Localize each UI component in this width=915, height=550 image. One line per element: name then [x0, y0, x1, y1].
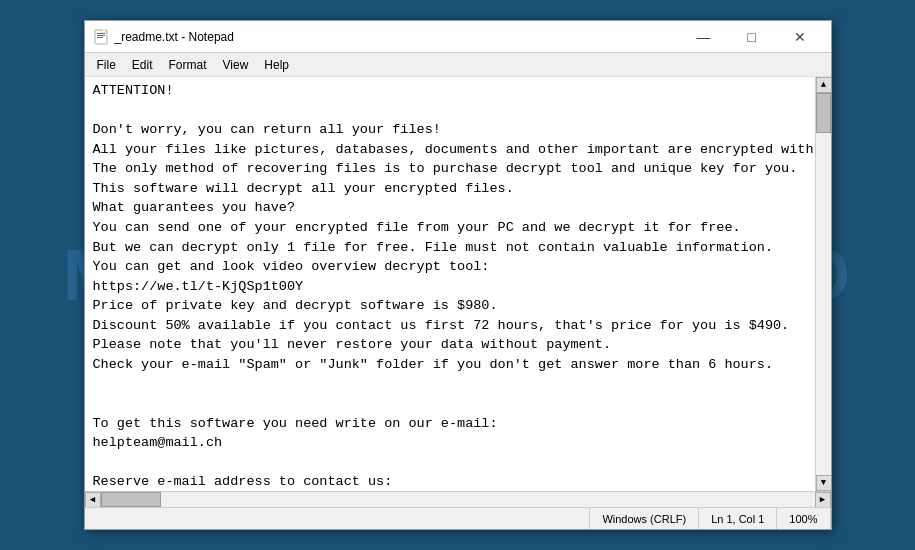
- menu-format[interactable]: Format: [161, 56, 215, 74]
- status-position: Ln 1, Col 1: [699, 508, 777, 529]
- scroll-right-arrow[interactable]: ▶: [815, 492, 831, 508]
- scroll-thumb-v[interactable]: [816, 93, 831, 133]
- close-button[interactable]: ✕: [777, 23, 823, 51]
- status-empty: [85, 508, 591, 529]
- scroll-thumb-h[interactable]: [101, 492, 161, 507]
- window-title: _readme.txt - Notepad: [115, 30, 681, 44]
- scroll-down-arrow[interactable]: ▼: [816, 475, 831, 491]
- notepad-icon: [93, 29, 109, 45]
- svg-rect-4: [102, 29, 106, 33]
- menu-edit[interactable]: Edit: [124, 56, 161, 74]
- scroll-left-arrow[interactable]: ◀: [85, 492, 101, 508]
- vertical-scrollbar[interactable]: ▲ ▼: [815, 77, 831, 491]
- status-bar: Windows (CRLF) Ln 1, Col 1 100%: [85, 507, 831, 529]
- scroll-track-h[interactable]: [101, 492, 815, 507]
- content-area: ATTENTION! Don't worry, you can return a…: [85, 77, 831, 507]
- menu-view[interactable]: View: [215, 56, 257, 74]
- minimize-button[interactable]: —: [681, 23, 727, 51]
- scroll-track-v[interactable]: [816, 93, 831, 475]
- scroll-up-arrow[interactable]: ▲: [816, 77, 831, 93]
- text-editor[interactable]: ATTENTION! Don't worry, you can return a…: [85, 77, 815, 491]
- window-controls: — □ ✕: [681, 23, 823, 51]
- svg-rect-2: [97, 35, 105, 36]
- notepad-window: _readme.txt - Notepad — □ ✕ File Edit Fo…: [84, 20, 832, 530]
- menu-help[interactable]: Help: [256, 56, 297, 74]
- maximize-button[interactable]: □: [729, 23, 775, 51]
- status-line-ending: Windows (CRLF): [590, 508, 699, 529]
- title-bar: _readme.txt - Notepad — □ ✕: [85, 21, 831, 53]
- svg-rect-3: [97, 37, 103, 38]
- menu-file[interactable]: File: [89, 56, 124, 74]
- menu-bar: File Edit Format View Help: [85, 53, 831, 77]
- horizontal-scrollbar[interactable]: ◀ ▶: [85, 491, 831, 507]
- status-zoom: 100%: [777, 508, 830, 529]
- inner-content: ATTENTION! Don't worry, you can return a…: [85, 77, 831, 491]
